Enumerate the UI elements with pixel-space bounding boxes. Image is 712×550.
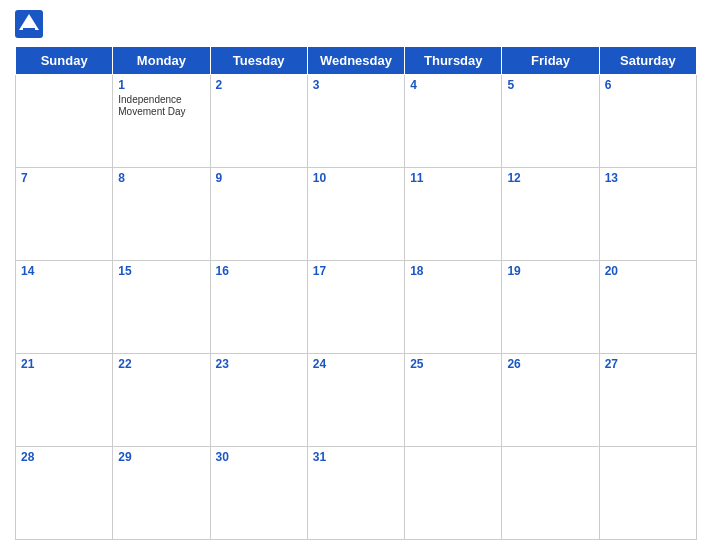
- calendar-cell: 28: [16, 447, 113, 540]
- day-number: 25: [410, 357, 496, 371]
- day-number: 6: [605, 78, 691, 92]
- holiday-label: Independence Movement Day: [118, 94, 204, 118]
- day-number: 5: [507, 78, 593, 92]
- calendar-week-2: 78910111213: [16, 168, 697, 261]
- logo: [15, 10, 47, 38]
- day-number: 11: [410, 171, 496, 185]
- logo-icon: [15, 10, 43, 38]
- day-number: 31: [313, 450, 399, 464]
- day-number: 22: [118, 357, 204, 371]
- calendar-cell: 5: [502, 75, 599, 168]
- calendar-body: 1Independence Movement Day23456789101112…: [16, 75, 697, 540]
- calendar-cell: 2: [210, 75, 307, 168]
- calendar-cell: 18: [405, 261, 502, 354]
- day-number: 7: [21, 171, 107, 185]
- calendar-cell: 10: [307, 168, 404, 261]
- calendar-cell: [16, 75, 113, 168]
- calendar-cell: 20: [599, 261, 696, 354]
- day-number: 2: [216, 78, 302, 92]
- calendar-cell: 22: [113, 354, 210, 447]
- weekday-header-tuesday: Tuesday: [210, 47, 307, 75]
- day-number: 12: [507, 171, 593, 185]
- calendar-cell: 6: [599, 75, 696, 168]
- day-number: 21: [21, 357, 107, 371]
- calendar-cell: 3: [307, 75, 404, 168]
- day-number: 27: [605, 357, 691, 371]
- day-number: 20: [605, 264, 691, 278]
- calendar-cell: 1Independence Movement Day: [113, 75, 210, 168]
- day-number: 26: [507, 357, 593, 371]
- calendar-cell: 24: [307, 354, 404, 447]
- day-number: 3: [313, 78, 399, 92]
- calendar-cell: 11: [405, 168, 502, 261]
- weekday-header-friday: Friday: [502, 47, 599, 75]
- calendar-cell: [405, 447, 502, 540]
- calendar-cell: 14: [16, 261, 113, 354]
- calendar-cell: 27: [599, 354, 696, 447]
- calendar-cell: 31: [307, 447, 404, 540]
- weekday-header-monday: Monday: [113, 47, 210, 75]
- calendar-week-5: 28293031: [16, 447, 697, 540]
- calendar-cell: 19: [502, 261, 599, 354]
- calendar-cell: [599, 447, 696, 540]
- day-number: 28: [21, 450, 107, 464]
- day-number: 10: [313, 171, 399, 185]
- calendar-cell: 21: [16, 354, 113, 447]
- calendar-cell: [502, 447, 599, 540]
- day-number: 8: [118, 171, 204, 185]
- calendar-cell: 4: [405, 75, 502, 168]
- day-number: 19: [507, 264, 593, 278]
- calendar-cell: 9: [210, 168, 307, 261]
- calendar-cell: 29: [113, 447, 210, 540]
- calendar-cell: 7: [16, 168, 113, 261]
- day-number: 15: [118, 264, 204, 278]
- day-number: 9: [216, 171, 302, 185]
- calendar-week-1: 1Independence Movement Day23456: [16, 75, 697, 168]
- day-number: 18: [410, 264, 496, 278]
- calendar-cell: 16: [210, 261, 307, 354]
- calendar-header-row: SundayMondayTuesdayWednesdayThursdayFrid…: [16, 47, 697, 75]
- day-number: 16: [216, 264, 302, 278]
- calendar-cell: 25: [405, 354, 502, 447]
- svg-rect-2: [23, 28, 35, 33]
- day-number: 30: [216, 450, 302, 464]
- weekday-header-wednesday: Wednesday: [307, 47, 404, 75]
- day-number: 24: [313, 357, 399, 371]
- day-number: 1: [118, 78, 204, 92]
- calendar-week-4: 21222324252627: [16, 354, 697, 447]
- calendar-week-3: 14151617181920: [16, 261, 697, 354]
- day-number: 29: [118, 450, 204, 464]
- day-number: 4: [410, 78, 496, 92]
- calendar-cell: 15: [113, 261, 210, 354]
- day-number: 13: [605, 171, 691, 185]
- calendar-cell: 12: [502, 168, 599, 261]
- calendar-cell: 17: [307, 261, 404, 354]
- calendar-cell: 30: [210, 447, 307, 540]
- calendar-cell: 8: [113, 168, 210, 261]
- calendar-cell: 23: [210, 354, 307, 447]
- calendar-header: [15, 10, 697, 38]
- weekday-header-thursday: Thursday: [405, 47, 502, 75]
- weekday-header-sunday: Sunday: [16, 47, 113, 75]
- day-number: 23: [216, 357, 302, 371]
- weekday-header-saturday: Saturday: [599, 47, 696, 75]
- calendar-cell: 13: [599, 168, 696, 261]
- day-number: 14: [21, 264, 107, 278]
- day-number: 17: [313, 264, 399, 278]
- calendar-table: SundayMondayTuesdayWednesdayThursdayFrid…: [15, 46, 697, 540]
- calendar-cell: 26: [502, 354, 599, 447]
